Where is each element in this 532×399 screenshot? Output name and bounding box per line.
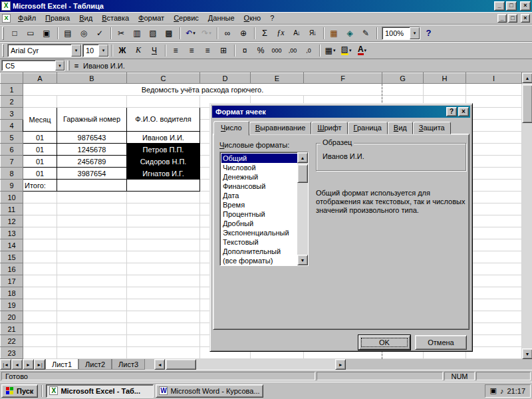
sort-descending-button[interactable]: Я↓: [305, 26, 321, 41]
new-button[interactable]: □: [7, 26, 23, 41]
dialog-close-button[interactable]: ×: [458, 107, 469, 116]
name-box-dropdown-icon[interactable]: ▾: [55, 61, 65, 70]
cell-I11[interactable]: [466, 203, 522, 215]
format-list-item[interactable]: Денежный: [221, 172, 297, 182]
row-header-14[interactable]: 14: [1, 239, 23, 251]
formula-input[interactable]: Иванов И.И.: [83, 62, 531, 70]
cell-A22[interactable]: [23, 335, 57, 347]
row-header-18[interactable]: 18: [1, 287, 23, 299]
zoom-combo[interactable]: 100% ▾: [382, 27, 420, 40]
cell-C15[interactable]: [127, 251, 200, 263]
cell-C18[interactable]: [127, 287, 200, 299]
zoom-dropdown-icon[interactable]: ▾: [410, 27, 420, 39]
cell-B17[interactable]: [57, 275, 127, 287]
sheet-tab-list3[interactable]: Лист3: [112, 359, 145, 370]
format-list-item[interactable]: Финансовый: [221, 182, 297, 191]
cell-I7[interactable]: [466, 156, 522, 168]
fill-color-button[interactable]: ▨ ▾: [338, 43, 354, 58]
web-toolbar-button[interactable]: ⊕: [236, 26, 251, 41]
column-header-E[interactable]: E: [251, 73, 304, 84]
align-right-button[interactable]: ≡: [200, 43, 215, 58]
row-header-5[interactable]: 5: [1, 132, 23, 144]
cell-C3[interactable]: Ф.И.О. водителя: [127, 108, 200, 132]
cell-B21[interactable]: [57, 323, 127, 335]
cell-A20[interactable]: [23, 311, 57, 323]
cell-B9[interactable]: [57, 180, 127, 192]
display-icon[interactable]: ▣: [490, 386, 497, 395]
row-header-7[interactable]: 7: [1, 156, 23, 168]
sheet-tab-list2[interactable]: Лист2: [78, 359, 112, 370]
cell-I23[interactable]: [466, 347, 522, 359]
insert-hyperlink-button[interactable]: ∞: [220, 26, 235, 41]
row-header-21[interactable]: 21: [1, 323, 23, 335]
cell-A14[interactable]: [23, 239, 57, 251]
cell-C5[interactable]: Иванов И.И.: [127, 132, 200, 144]
merge-center-button[interactable]: ⊞: [216, 43, 231, 58]
last-sheet-button[interactable]: ►|: [34, 359, 45, 370]
increase-decimal-button[interactable]: ,00: [285, 43, 301, 58]
cell-A6[interactable]: 01: [23, 144, 57, 156]
menu-format[interactable]: Формат: [134, 13, 169, 23]
cell-A23[interactable]: [23, 347, 57, 359]
select-all-corner[interactable]: [1, 73, 23, 84]
cell-C16[interactable]: [127, 263, 200, 275]
cell-I9[interactable]: [466, 180, 522, 192]
currency-button[interactable]: ¤: [237, 43, 253, 58]
name-box[interactable]: C5 ▾: [1, 60, 65, 71]
menu-window[interactable]: Окно: [239, 13, 266, 23]
number-formats-listbox[interactable]: ОбщийЧисловойДенежныйФинансовыйДатаВремя…: [219, 152, 309, 266]
cell-I20[interactable]: [466, 311, 522, 323]
cut-button[interactable]: ✂: [114, 26, 129, 41]
cell-C10[interactable]: [127, 192, 200, 203]
row-header-3[interactable]: 3: [1, 108, 23, 120]
percent-button[interactable]: %: [253, 43, 269, 58]
tab-border[interactable]: Граница: [348, 122, 388, 134]
column-header-B[interactable]: B: [57, 73, 127, 84]
borders-button[interactable]: ▦ ▾: [323, 43, 338, 58]
listbox-scroll-thumb[interactable]: [297, 164, 308, 183]
format-list-item[interactable]: Дробный: [221, 219, 297, 228]
dialog-titlebar[interactable]: Формат ячеек ? ×: [212, 106, 470, 118]
scroll-down-icon[interactable]: ▼: [522, 348, 532, 359]
toolbar-handle[interactable]: [2, 44, 4, 57]
cell-I19[interactable]: [466, 299, 522, 311]
cell-A2[interactable]: [23, 96, 57, 108]
first-sheet-button[interactable]: |◄: [0, 359, 11, 370]
listbox-scroll-track[interactable]: [297, 163, 308, 255]
word-task-button[interactable]: W Microsoft Word - Курсова...: [156, 384, 263, 398]
menu-insert[interactable]: Вставка: [97, 13, 134, 23]
autosum-button[interactable]: Σ: [257, 26, 273, 41]
format-list-item[interactable]: Числовой: [221, 163, 297, 172]
cell-A5[interactable]: 01: [23, 132, 57, 144]
horizontal-scroll-thumb[interactable]: [166, 359, 196, 370]
format-list-item[interactable]: Время: [221, 200, 297, 209]
tab-alignment[interactable]: Выравнивание: [249, 122, 312, 134]
cell-A8[interactable]: 01: [23, 168, 57, 180]
dialog-help-button[interactable]: ?: [446, 107, 457, 116]
tab-protection[interactable]: Защита: [413, 122, 451, 134]
column-header-C[interactable]: C: [127, 73, 200, 84]
cell-I10[interactable]: [466, 192, 522, 203]
cell-C14[interactable]: [127, 239, 200, 251]
print-preview-button[interactable]: ◎: [76, 26, 92, 41]
cell-I17[interactable]: [466, 275, 522, 287]
cell-I15[interactable]: [466, 251, 522, 263]
format-list-item[interactable]: (все форматы): [221, 256, 297, 265]
toolbar-handle[interactable]: [2, 27, 4, 40]
cell-B16[interactable]: [57, 263, 127, 275]
open-button[interactable]: ▭: [23, 26, 39, 41]
cell-B22[interactable]: [57, 335, 127, 347]
copy-button[interactable]: ▥: [130, 26, 145, 41]
cell-B14[interactable]: [57, 239, 127, 251]
tab-view[interactable]: Вид: [388, 122, 413, 134]
ok-button[interactable]: OK: [358, 335, 410, 350]
cell-I1[interactable]: [466, 84, 522, 96]
row-header-11[interactable]: 11: [1, 203, 23, 215]
row-header-8[interactable]: 8: [1, 168, 23, 180]
cell-A10[interactable]: [23, 192, 57, 203]
format-list-item[interactable]: Текстовый: [221, 237, 297, 247]
cell-I16[interactable]: [466, 263, 522, 275]
horizontal-scroll-track[interactable]: [165, 359, 335, 370]
cell-I22[interactable]: [466, 335, 522, 347]
cell-B15[interactable]: [57, 251, 127, 263]
